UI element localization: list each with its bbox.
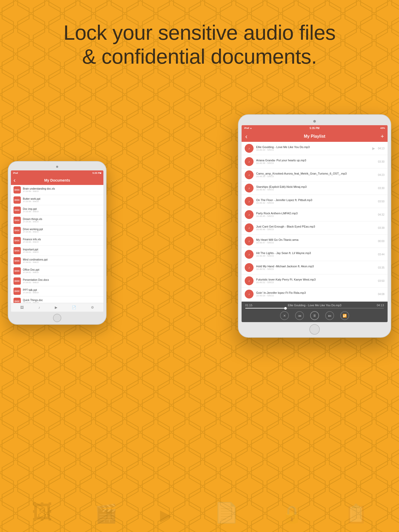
total-time: 04:13 (377, 304, 384, 307)
screen-left: iPad ∎ 5:25 PM ‹ My Documents DOCBrain u… (11, 170, 103, 312)
music-name: Ellie Goulding - Love Me Like You Do.mp3 (256, 145, 372, 149)
music-name: Camo_amp_Krooked-Aurora_feat_Metrik_Gran… (256, 172, 377, 175)
file-list-item[interactable]: DOCPersentation Doc.docx17:24:02 - 5/8/1… (11, 276, 103, 286)
now-playing-icon: ▶ (372, 146, 375, 150)
file-info: Mind cordinations.ppt17:24:01 - 5/8/15 (23, 258, 101, 263)
music-duration: 03:44 (377, 253, 384, 256)
back-btn-left[interactable]: ‹ (14, 177, 16, 183)
music-date: 16:46:36 - 5/8/15 (256, 162, 377, 164)
video-icon-tb[interactable]: ▶ (55, 305, 57, 309)
playlist-item[interactable]: ♪Goin' In-Jennifer lopez Ft Flo Rida.mp3… (242, 288, 388, 301)
music-album-icon: ♪ (245, 223, 254, 232)
rewind-btn[interactable]: ⏮ (295, 311, 304, 320)
music-duration: 04:32 (377, 213, 384, 216)
music-info: Hold My Hand -Michael Jackson ft. Akon.m… (256, 265, 377, 270)
file-list-item[interactable]: DOCDrive working.ppt17:24:00 - 5/8/15 (11, 225, 103, 236)
file-date: 17:24:01 - 5/8/15 (23, 271, 101, 274)
headline-container: Lock your sensitive audio files & confid… (0, 21, 399, 69)
file-list-item[interactable]: DOCDream things.xls17:24:00 - 5/8/15 (11, 215, 103, 225)
file-info: Important.ppt17:24:01 - 5/8/15 (23, 248, 101, 253)
music-name: Futuristic lover-Katy Perry Ft. Kanye We… (256, 278, 377, 281)
ipad-left: iPad ∎ 5:25 PM ‹ My Documents DOCBrain u… (8, 161, 107, 325)
file-list-item[interactable]: DOCQuick Things.doc17:24:02 - 5/8/15 (11, 296, 103, 303)
music-album-icon: ♪ (245, 276, 254, 285)
music-duration: 03:50 (377, 280, 384, 282)
player-bar: 01:15 Ellie Goulding - Love Me Like You … (242, 302, 388, 322)
music-date: 16:46:38 - 5/8/15 (256, 175, 377, 178)
music-album-icon: ♪ (245, 290, 254, 298)
file-name: Quick Things.doc (23, 299, 101, 302)
file-list-item[interactable]: DOCBrain understanding doc.xls17:23:59 -… (11, 185, 103, 195)
playlist-item[interactable]: ♪Party Rock Anthem-LMFAO.mp316:46:45 - 5… (242, 208, 388, 221)
home-button-left[interactable] (53, 314, 61, 322)
camera-left (56, 166, 58, 168)
playlist-item[interactable]: ♪Futuristic lover-Katy Perry Ft. Kanye W… (242, 274, 388, 288)
file-list-item[interactable]: DOCFinance info.xls17:24:00 - 5/8/15 (11, 236, 103, 246)
file-name: Important.ppt (23, 248, 101, 251)
file-name: PPT talk.ppt (23, 289, 101, 291)
file-icon: DOC (14, 186, 21, 194)
playlist-item[interactable]: ♪Camo_amp_Krooked-Aurora_feat_Metrik_Gra… (242, 168, 388, 182)
settings-icon-tb[interactable]: ⚙ (91, 305, 94, 309)
home-button-right[interactable] (309, 324, 320, 335)
music-duration: 03:39 (377, 227, 384, 229)
music-name: Goin' In-Jennifer lopez Ft Flo Rida.mp3 (256, 291, 377, 294)
progress-thumb[interactable] (284, 307, 287, 310)
doc-icon-tb[interactable]: 📄 (72, 305, 76, 309)
file-info: Office Doc.ppt17:24:01 - 5/8/15 (23, 268, 101, 274)
file-list-item[interactable]: DOCImportant.ppt17:24:01 - 5/8/15 (11, 246, 103, 256)
music-name: Hit The Lights - Jay Sean ft. Lil Wayne.… (256, 251, 377, 255)
playlist-item[interactable]: ♪Hold My Hand -Michael Jackson ft. Akon.… (242, 261, 388, 274)
file-icon: DOC (14, 247, 21, 254)
playlist-item[interactable]: ♪Starships (Explicit Edit)-Nicki Minaj.m… (242, 182, 388, 195)
file-date: 17:23:59 - 5/8/15 (23, 210, 101, 213)
music-duration: 04:13 (377, 147, 384, 150)
play-pause-btn[interactable]: ⏸ (310, 311, 319, 320)
playlist-item[interactable]: ♪Ellie Goulding - Love Me Like You Do.mp… (242, 142, 388, 155)
file-list-item[interactable]: DOCDoc imp.ppt17:23:59 - 5/8/15 (11, 205, 103, 215)
playlist-item[interactable]: ♪Hit The Lights - Jay Sean ft. Lil Wayne… (242, 248, 388, 261)
file-info: Drive working.ppt17:24:00 - 5/8/15 (23, 228, 101, 233)
file-name: Office Doc.ppt (23, 268, 101, 271)
player-controls: ✕ ⏮ ⏸ ⏭ 🔁 (242, 311, 388, 321)
nav-title-right: My Playlist (304, 134, 325, 139)
status-bar-right: iPad ▲ 5:35 PM 43% (242, 125, 388, 131)
playlist-container: ♪Ellie Goulding - Love Me Like You Do.mp… (242, 142, 388, 302)
music-duration: 03:30 (377, 187, 384, 190)
music-album-icon: ♪ (245, 237, 254, 245)
file-icon: DOC (14, 267, 21, 275)
photo-icon[interactable]: 🖼 (20, 305, 24, 309)
forward-btn[interactable]: ⏭ (325, 311, 334, 320)
playlist-item[interactable]: ♪Ariana Granda- Put your hearts up.mp316… (242, 155, 388, 168)
time-right: 5:35 PM (310, 127, 320, 130)
music-album-icon: ♪ (245, 263, 254, 272)
music-info: On The Floor - Jennifer Lopez ft. Pitbul… (256, 198, 377, 204)
navbar-left: ‹ My Documents (11, 176, 103, 185)
playlist-item[interactable]: ♪On The Floor - Jennifer Lopez ft. Pitbu… (242, 195, 388, 208)
music-date: 16:46:51 - 5/8/15 (256, 268, 377, 270)
file-info: PPT talk.ppt17:24:02 - 5/8/15 (23, 289, 101, 294)
music-duration: 04:08 (377, 293, 384, 296)
add-btn-right[interactable]: + (381, 133, 384, 140)
progress-bar-container[interactable] (245, 308, 384, 309)
music-icon-tb[interactable]: ♪ (38, 305, 40, 309)
shuffle-btn[interactable]: ✕ (280, 311, 289, 320)
repeat-btn[interactable]: 🔁 (340, 311, 349, 320)
status-bar-left: iPad ∎ 5:25 PM (11, 170, 103, 176)
playlist-item[interactable]: ♪Just Cant Get Enough - Black Eyed PEas.… (242, 221, 388, 235)
file-icon: DOC (14, 227, 21, 234)
file-list-item[interactable]: DOCPPT talk.ppt17:24:02 - 5/8/15 (11, 286, 103, 296)
file-icon: DOC (14, 207, 21, 214)
file-list-item[interactable]: DOCButter work.ppt17:23:59 - 5/8/15 (11, 195, 103, 205)
music-info: Just Cant Get Enough - Black Eyed PEas.m… (256, 225, 377, 231)
file-info: Finance info.xls17:24:00 - 5/8/15 (23, 238, 101, 243)
back-btn-right[interactable]: ‹ (245, 133, 248, 140)
music-name: My Heart Will Go On-Titanic.wma (256, 238, 377, 241)
music-name: Ariana Granda- Put your hearts up.mp3 (256, 159, 377, 162)
file-list-item[interactable]: DOCOffice Doc.ppt17:24:01 - 5/8/15 (11, 266, 103, 276)
file-list-item[interactable]: DOCMind cordinations.ppt17:24:01 - 5/8/1… (11, 256, 103, 266)
bottom-decorative-icons: 🖼 🎬 ▶ 📄 🔒 📋 (0, 464, 399, 532)
carrier-left: iPad (13, 172, 18, 174)
playlist-item[interactable]: ♪My Heart Will Go On-Titanic.wma16:46:47… (242, 235, 388, 248)
file-date: 17:23:59 - 5/8/15 (23, 190, 101, 192)
